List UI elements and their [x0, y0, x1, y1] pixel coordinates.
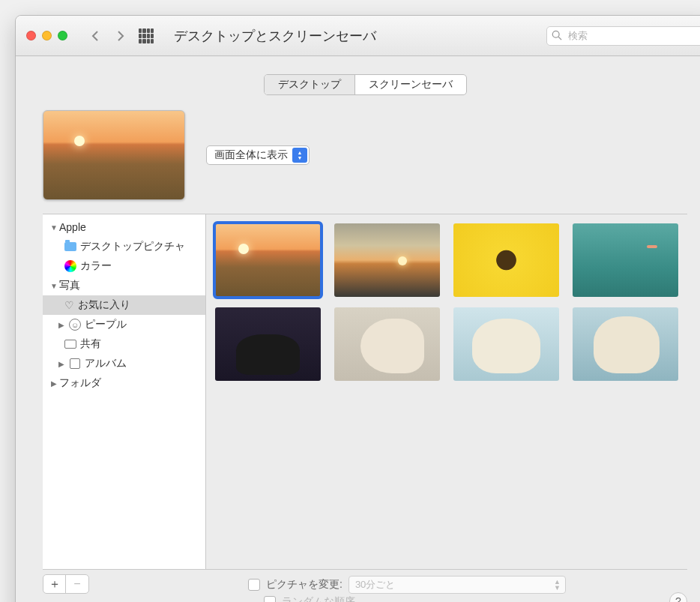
change-picture-row: ピクチャを変更: 30分ごと ▲▼: [248, 576, 660, 594]
random-order-checkbox[interactable]: [264, 596, 276, 602]
sidebar-label: お気に入り: [78, 298, 130, 312]
chevron-right-icon: ▶: [56, 321, 67, 329]
titlebar: デスクトップとスクリーンセーバ: [16, 16, 700, 56]
shared-icon: [64, 337, 77, 351]
chevron-right-icon: ▶: [49, 379, 59, 388]
chevron-right-icon: ▶: [56, 360, 67, 368]
sidebar-item-favorites[interactable]: ♡ お気に入り: [43, 295, 205, 315]
options: ピクチャを変更: 30分ごと ▲▼ ランダムな順序: [248, 574, 660, 602]
body: デスクトップ スクリーンセーバ 画面全体に表示 ▲▼ ▼ Apple デスクトッ…: [16, 56, 700, 602]
help-button[interactable]: ?: [669, 592, 687, 602]
sidebar-group-folders[interactable]: ▶ フォルダ: [43, 373, 205, 393]
tab-desktop[interactable]: デスクトップ: [265, 75, 355, 94]
add-remove-control: ＋ −: [43, 574, 89, 594]
thumbnail-2[interactable]: [334, 223, 440, 297]
back-button[interactable]: [87, 28, 103, 44]
minimize-button[interactable]: [42, 31, 52, 40]
preferences-window: デスクトップとスクリーンセーバ デスクトップ スクリーンセーバ 画面全体に表示 …: [15, 15, 700, 602]
sidebar-item-shared[interactable]: 共有: [43, 334, 205, 354]
sidebar-item-albums[interactable]: ▶ アルバム: [43, 354, 205, 373]
sidebar-item-desktop-pictures[interactable]: デスクトップピクチャ: [43, 237, 205, 256]
search-input[interactable]: [546, 26, 700, 46]
folder-icon: [64, 240, 77, 253]
zoom-button[interactable]: [58, 31, 67, 40]
thumbnail-7[interactable]: [453, 307, 559, 381]
people-icon: ☺: [68, 318, 82, 331]
select-arrows-icon: ▲▼: [292, 148, 307, 163]
sidebar-item-colors[interactable]: カラー: [43, 256, 205, 276]
fill-mode-value: 画面全体に表示: [214, 148, 288, 162]
chevron-down-icon: ▼: [49, 223, 59, 232]
svg-point-0: [552, 31, 559, 37]
window-controls: [26, 31, 67, 40]
nav-controls: [87, 28, 154, 44]
add-folder-button[interactable]: ＋: [43, 575, 66, 593]
tab-segmented-control: デスクトップ スクリーンセーバ: [264, 74, 467, 95]
sidebar-item-people[interactable]: ▶ ☺ ピープル: [43, 315, 205, 334]
thumbnail-gallery[interactable]: [206, 214, 687, 569]
thumbnail-6[interactable]: [334, 307, 440, 381]
change-interval-select[interactable]: 30分ごと ▲▼: [349, 576, 566, 594]
preview-row: 画面全体に表示 ▲▼: [16, 110, 700, 214]
random-order-row: ランダムな順序: [264, 595, 660, 602]
album-icon: [68, 357, 82, 370]
color-wheel-icon: [64, 259, 77, 273]
sidebar-label: カラー: [80, 259, 112, 273]
sidebar-label: 共有: [80, 337, 101, 351]
fill-mode-select[interactable]: 画面全体に表示 ▲▼: [206, 145, 310, 165]
bottom-bar: ＋ − ピクチャを変更: 30分ごと ▲▼ ランダムな順序 ?: [16, 570, 700, 602]
sidebar-label: デスクトップピクチャ: [80, 240, 185, 253]
window-title: デスクトップとスクリーンセーバ: [174, 27, 540, 45]
change-picture-label: ピクチャを変更:: [266, 578, 343, 592]
forward-button[interactable]: [112, 28, 129, 44]
interval-value: 30分ごと: [355, 578, 395, 592]
current-desktop-preview: [43, 110, 185, 200]
sidebar-label: アルバム: [85, 357, 127, 370]
sidebar-label: Apple: [59, 221, 86, 233]
sidebar-label: ピープル: [85, 318, 127, 331]
source-sidebar[interactable]: ▼ Apple デスクトップピクチャ カラー ▼ 写真 ♡ お気に入り: [43, 214, 206, 569]
sidebar-group-apple[interactable]: ▼ Apple: [43, 217, 205, 237]
sidebar-group-photos[interactable]: ▼ 写真: [43, 276, 205, 295]
sidebar-label: 写真: [59, 279, 80, 292]
content-row: ▼ Apple デスクトップピクチャ カラー ▼ 写真 ♡ お気に入り: [43, 214, 687, 570]
tabs: デスクトップ スクリーンセーバ: [16, 74, 700, 95]
search-icon: [552, 30, 562, 43]
chevron-down-icon: ▼: [49, 282, 59, 290]
close-button[interactable]: [26, 31, 36, 40]
sidebar-label: フォルダ: [59, 376, 101, 390]
change-picture-checkbox[interactable]: [248, 579, 260, 591]
heart-icon: ♡: [64, 300, 75, 311]
tab-screensaver[interactable]: スクリーンセーバ: [355, 75, 466, 94]
thumbnail-8[interactable]: [573, 307, 678, 381]
thumbnail-5[interactable]: [215, 307, 321, 381]
grid-icon: [139, 28, 154, 43]
search-wrap: [546, 26, 700, 46]
svg-line-1: [558, 37, 561, 40]
show-all-button[interactable]: [138, 28, 154, 44]
thumbnail-4[interactable]: [573, 223, 678, 297]
random-order-label: ランダムな順序: [282, 595, 355, 602]
thumbnail-3[interactable]: [453, 223, 559, 297]
thumbnail-1[interactable]: [215, 223, 321, 297]
remove-folder-button[interactable]: −: [66, 575, 88, 593]
select-arrows-icon: ▲▼: [554, 579, 561, 591]
